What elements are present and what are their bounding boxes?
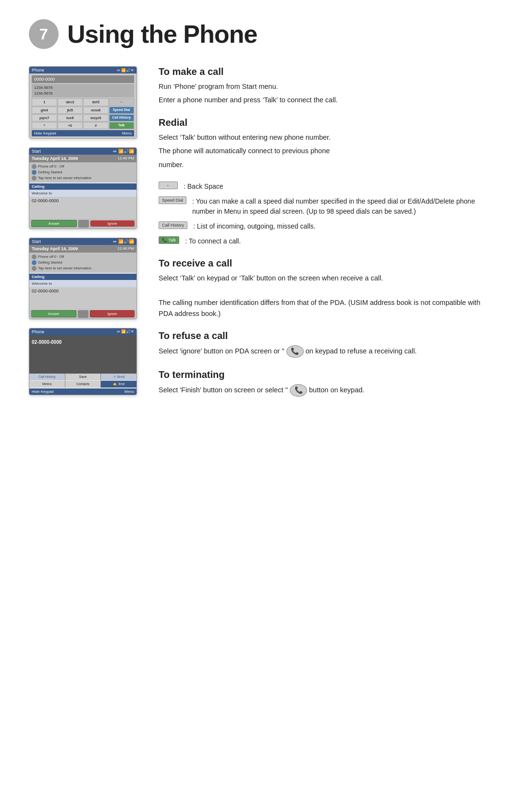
screen2-welcome: Welcome to <box>29 190 136 197</box>
section-refuse-call: To refuse a call Select 'ignore' button … <box>159 330 490 358</box>
backspace-description: : Back Space <box>184 182 223 192</box>
screen3-spacer <box>29 295 136 309</box>
key-9[interactable]: wxyz9 <box>83 114 109 121</box>
screen2-number: 02-0000-0000 <box>29 197 136 205</box>
footer-right-4[interactable]: Menu <box>124 389 134 394</box>
screen3-item-3: Tap here to set owner information <box>32 266 134 271</box>
main-layout: Phone ⇔ 📶🔊✕ 0000-0000 1234-5678 1234-567… <box>29 66 490 408</box>
screen3-item-1: Phone off 0 : Off <box>32 254 134 260</box>
ignore-button[interactable]: Ignore <box>90 220 135 227</box>
terminating-body: Select 'Finish' button on screen or sele… <box>159 384 490 397</box>
refuse-call-title: To refuse a call <box>159 330 490 341</box>
footer-right[interactable]: Menu <box>122 131 132 135</box>
key-hash[interactable]: # <box>83 122 109 129</box>
key-0[interactable]: +0 <box>58 122 83 129</box>
terminating-line1: Select 'Finish' button on screen or sele… <box>159 384 490 397</box>
talk-description: : To connect a call. <box>185 236 241 246</box>
call-history-btn[interactable]: Call History <box>29 374 65 380</box>
screen4-icons: ⇔ 📶🔊✕ <box>117 329 134 334</box>
key-backspace[interactable]: ← <box>109 98 135 106</box>
refuse-line1: Select 'ignore' button on PDA screen or … <box>159 345 490 358</box>
section-terminating: To terminating Select 'Finish' button on… <box>159 369 490 397</box>
key-speed-dial[interactable]: Speed Dial <box>109 107 135 114</box>
key-4[interactable]: ghi4 <box>32 107 57 114</box>
footer-left[interactable]: Hide Keypad <box>34 131 56 135</box>
phone-off-icon <box>32 164 37 169</box>
terminating-title: To terminating <box>159 369 490 380</box>
make-call-line2: Enter a phone number and press ‘Talk’ to… <box>159 95 490 105</box>
screen2-item-2: Getting Started <box>32 170 134 175</box>
screen3-items: Phone off 0 : Off Getting Started Tap he… <box>29 253 136 273</box>
screen2-info: Tuesday April 14, 2009 11:40 PM <box>29 155 136 162</box>
answer-button-2[interactable]: Answer <box>31 310 76 317</box>
screen2-item-3: Tap here to set owner information <box>32 175 134 181</box>
hold-button-2[interactable] <box>78 310 88 318</box>
content-column: To make a call Run ‘Phone’ program from … <box>159 66 490 408</box>
call-history-description: : List of incoming, outgoing, missed cal… <box>193 221 315 231</box>
key-1[interactable]: 1 <box>32 98 57 106</box>
phone-screen-4: Phone ⇔ 📶🔊✕ 02-0000-0000 Call History Sa… <box>29 328 137 395</box>
key-8[interactable]: tuv8 <box>58 114 83 121</box>
screenshots-column: Phone ⇔ 📶🔊✕ 0000-0000 1234-5678 1234-567… <box>29 66 139 395</box>
key-5[interactable]: jkl5 <box>58 107 83 114</box>
key-7[interactable]: pqrs7 <box>32 114 57 121</box>
refuse-phone-icon: 📞 <box>286 345 304 358</box>
screen3-title: Start <box>32 239 41 244</box>
dialer-keypad: 1 abc2 def3 ← ghi4 jkl5 mno6 Speed Dial … <box>32 98 134 129</box>
speed-dial-description: : You can make a call a speed dial numbe… <box>192 196 490 217</box>
screen3-calling-label: Calling <box>29 274 136 280</box>
screen3-time: 11:40 PM <box>118 246 134 251</box>
screen1-body: 0000-0000 1234-5678 1234-5678 1 abc2 def… <box>29 73 136 138</box>
getting-started-icon <box>32 170 37 175</box>
answer-button[interactable]: Answer <box>31 220 77 227</box>
screen2-titlebar: Start ⇔ 📶🔊📶 <box>29 148 136 155</box>
screen2-calling-label: Calling <box>29 183 136 190</box>
screen3-welcome: Welcome to <box>29 280 136 287</box>
key-6[interactable]: mno6 <box>83 107 109 114</box>
section-receive-call: To receive a call Select ‘Talk’ on keypa… <box>159 258 490 319</box>
screen4-number: 02-0000-0000 <box>32 339 134 345</box>
call-history-btn-ref: Call History <box>159 221 187 229</box>
dialer-number: 0000-0000 <box>32 75 134 83</box>
contacts-btn[interactable]: Contacts <box>65 381 101 388</box>
redial-body: Select ‘Talk’ button without entering ne… <box>159 132 490 170</box>
ignore-button-2[interactable]: Ignore <box>90 310 135 317</box>
redial-line2: The phone will automatically connect to … <box>159 145 490 156</box>
screen3-icons: ⇔ 📶🔊📶 <box>113 239 134 244</box>
receive-call-title: To receive a call <box>159 258 490 269</box>
hold-button[interactable] <box>78 220 89 228</box>
screen4-body: 02-0000-0000 <box>29 335 136 374</box>
redial-line3: number. <box>159 159 490 170</box>
screen2-items: Phone off 0 : Off Getting Started Tap he… <box>29 162 136 182</box>
key-3[interactable]: def3 <box>83 98 109 106</box>
key-star[interactable]: * <box>32 122 57 129</box>
screen2-title: Start <box>32 149 41 154</box>
send-btn[interactable]: ↗ Send <box>101 374 136 380</box>
getting-started-icon-2 <box>32 260 37 265</box>
page-title-section: 7 Using the Phone <box>29 19 490 49</box>
chapter-number: 7 <box>29 19 59 49</box>
screen2-spacer <box>29 205 136 219</box>
icon-ref-backspace: ← : Back Space <box>159 182 490 192</box>
save-btn[interactable]: Save <box>65 374 101 380</box>
screen3-number: 02-0000-0000 <box>29 287 136 295</box>
screen1-titlebar: Phone ⇔ 📶🔊✕ <box>29 67 136 73</box>
screen1-icons: ⇔ 📶🔊✕ <box>117 68 134 73</box>
icon-ref-call-history: Call History : List of incoming, outgoin… <box>159 221 490 231</box>
icon-ref-speed-dial: Speed Dial : You can make a call a speed… <box>159 196 490 217</box>
end-btn[interactable]: 🤙 End <box>101 381 136 388</box>
key-2[interactable]: abc2 <box>58 98 83 106</box>
key-call-history[interactable]: Call History <box>109 114 135 121</box>
phone-screen-1: Phone ⇔ 📶🔊✕ 0000-0000 1234-5678 1234-567… <box>29 66 137 139</box>
screen3-buttons: Answer Ignore <box>29 309 136 319</box>
screen1-footer: Hide Keypad Menu <box>32 130 134 136</box>
memo-btn[interactable]: Memo <box>29 381 65 388</box>
terminating-phone-icon: 📞 <box>290 384 307 397</box>
backspace-btn-ref: ← <box>159 182 178 189</box>
screen4-title: Phone <box>32 329 44 334</box>
owner-icon <box>32 176 37 181</box>
footer-left-4[interactable]: Hide Keypad <box>32 389 54 394</box>
screen3-info: Tuesday April 14, 2009 11:40 PM <box>29 245 136 253</box>
key-talk[interactable]: Talk <box>109 122 135 129</box>
screen4-titlebar: Phone ⇔ 📶🔊✕ <box>29 328 136 335</box>
